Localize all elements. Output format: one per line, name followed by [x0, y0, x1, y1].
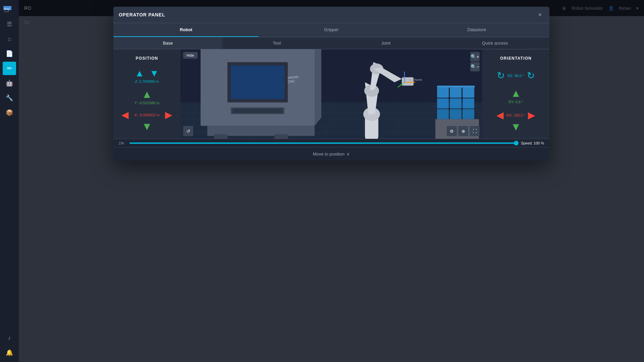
rx-control: ◀ RX: 180.0 ° ▶ ▼	[486, 111, 546, 132]
svg-rect-29	[232, 109, 283, 113]
x-value-label: X: -0.000002 m	[134, 113, 159, 117]
rz-row: ↺ RZ: 90.0 ° ↻	[486, 70, 546, 81]
settings-button[interactable]: ⚙	[447, 126, 457, 136]
panel-title: OPERATOR PANEL	[119, 12, 165, 17]
viewport: HAUNI- CNC	[180, 49, 482, 139]
rx-left-button[interactable]: ◀	[496, 111, 504, 120]
tab-base[interactable]: Base	[113, 37, 222, 49]
position-panel: POSITION ▲ ▼ Z: 0.704099 m ▲ Y: -0.50158…	[113, 49, 180, 139]
sidebar-item-music[interactable]: ♪	[3, 331, 16, 345]
sidebar-item-menu[interactable]: ☰	[3, 17, 16, 31]
svg-text:drag: drag	[4, 7, 9, 10]
panel-body: POSITION ▲ ▼ Z: 0.704099 m ▲ Y: -0.50158…	[113, 49, 549, 139]
svg-rect-57	[450, 88, 462, 98]
ry-value: RY: 0.6 °	[508, 100, 523, 104]
move-to-position-button[interactable]: Move to position ∨	[313, 152, 350, 157]
z-axis-control: ▲ ▼ Z: 0.704099 m	[135, 69, 159, 83]
speed-fill	[129, 142, 514, 144]
svg-rect-53	[437, 99, 449, 109]
orientation-panel: ORIENTATION ↺ RZ: 90.0 ° ↻ ▲ RY: 0.6 °	[482, 49, 549, 139]
svg-rect-52	[463, 109, 474, 119]
rz-cw-button[interactable]: ↻	[527, 70, 535, 81]
z-value-label: Z: 0.704099 m	[135, 79, 159, 83]
rz-value: RZ: 90.0 °	[507, 74, 524, 78]
svg-rect-50	[437, 109, 449, 119]
ry-down-button[interactable]: ▼	[511, 121, 521, 132]
speed-max-label: Speed: 100 %	[521, 141, 544, 145]
sidebar-item-packages[interactable]: 📦	[3, 106, 16, 119]
svg-rect-27	[231, 66, 284, 99]
tab-joint[interactable]: Joint	[331, 37, 440, 49]
rx-value: RX: 180.0 °	[506, 113, 525, 117]
cnc-machine: HAUNI- CNC	[201, 49, 321, 139]
viewport-bottom-right: ⚙ ⊕ ⛶	[447, 126, 480, 136]
panel-close-button[interactable]: ×	[536, 11, 544, 19]
svg-marker-61	[463, 86, 475, 88]
primary-tab-bar: Robot Gripper Datastore	[113, 23, 549, 37]
viewport-bottom-left: ↺	[183, 126, 193, 136]
sidebar-item-docs[interactable]: 📄	[3, 47, 16, 60]
svg-rect-55	[463, 99, 474, 109]
move-to-position-label: Move to position	[313, 152, 345, 157]
y-down-button[interactable]: ▼	[142, 121, 152, 132]
z-up-row: ▲ ▼	[135, 69, 159, 78]
ry-control: ▲ RY: 0.6 °	[486, 88, 546, 104]
tab-gripper[interactable]: Gripper	[259, 23, 404, 37]
svg-marker-59	[437, 86, 450, 88]
orientation-title: ORIENTATION	[500, 56, 532, 61]
sidebar-item-robot[interactable]: 🤖	[3, 76, 16, 90]
z-up-button[interactable]: ▲	[135, 69, 144, 78]
speed-row: 1% Speed: 100 %	[113, 139, 549, 147]
main-area: RO 🖥 Robot Simulator 👤 florian ▾ Co OPER…	[19, 0, 644, 362]
rz-control: ↺ RZ: 90.0 ° ↻	[486, 70, 546, 81]
app-logo: drag &bot	[3, 3, 16, 13]
svg-text:&bot: &bot	[4, 11, 9, 12]
x-axis-control: ◀ X: -0.000002 m ▶ ▼	[121, 110, 172, 132]
sidebar: drag &bot ☰ ⌂ 📄 ✏ 🤖 🔧 📦 ♪ 🔔	[0, 0, 19, 362]
tab-robot[interactable]: Robot	[113, 23, 259, 37]
ry-up-button[interactable]: ▲	[511, 88, 521, 99]
viewport-grid: HAUNI- CNC	[180, 49, 482, 139]
zoom-in-button[interactable]: 🔍+	[470, 52, 480, 61]
svg-text:tool-frame: tool-frame	[409, 78, 422, 81]
tab-tool[interactable]: Tool	[222, 37, 331, 49]
sidebar-item-tools[interactable]: 🔧	[3, 91, 16, 105]
z-down-button[interactable]: ▼	[150, 69, 159, 78]
fullscreen-button[interactable]: ⛶	[470, 126, 480, 136]
rz-ccw-button[interactable]: ↺	[497, 70, 505, 81]
panel-header: OPERATOR PANEL ×	[113, 7, 549, 23]
reset-view-button[interactable]: ↺	[183, 126, 193, 136]
secondary-tab-bar: Base Tool Joint Quick access	[113, 37, 549, 49]
tab-quick-access[interactable]: Quick access	[440, 37, 549, 49]
rx-row: ◀ RX: 180.0 ° ▶	[486, 111, 546, 120]
viewport-hide-button[interactable]: Hide	[183, 52, 198, 59]
operator-panel: OPERATOR PANEL × Robot Gripper Datastore…	[113, 7, 549, 161]
move-to-position-bar: Move to position ∨	[113, 147, 549, 161]
x-row: ◀ X: -0.000002 m ▶	[121, 110, 172, 120]
y-value-label: Y: -0.501588 m	[135, 101, 160, 105]
x-right-button[interactable]: ▶	[165, 110, 172, 120]
svg-text:CNC: CNC	[287, 79, 295, 84]
svg-rect-51	[450, 109, 462, 119]
svg-marker-24	[315, 49, 321, 126]
viewport-bottom-controls: ↺ ⚙ ⊕ ⛶	[183, 126, 480, 136]
svg-rect-54	[450, 99, 462, 109]
sidebar-item-code[interactable]: ✏	[3, 62, 16, 75]
svg-marker-60	[450, 86, 463, 88]
panel-footer: 1% Speed: 100 % Move to position ∨	[113, 139, 549, 161]
crosshair-button[interactable]: ⊕	[458, 126, 468, 136]
x-left-button[interactable]: ◀	[121, 110, 129, 120]
viewport-zoom-controls: 🔍+ 🔍−	[470, 52, 480, 71]
svg-rect-56	[437, 88, 449, 98]
tab-datastore[interactable]: Datastore	[404, 23, 549, 37]
y-up-button[interactable]: ▲	[142, 89, 152, 100]
speed-slider[interactable]	[129, 142, 518, 144]
rx-right-button[interactable]: ▶	[528, 111, 535, 120]
position-title: POSITION	[136, 56, 158, 61]
zoom-out-button[interactable]: 🔍−	[470, 62, 480, 71]
svg-rect-58	[463, 88, 474, 98]
move-chevron-icon: ∨	[346, 152, 350, 157]
sidebar-item-notifications[interactable]: 🔔	[3, 346, 16, 359]
sidebar-item-home[interactable]: ⌂	[3, 32, 16, 46]
speed-thumb[interactable]	[514, 141, 519, 145]
